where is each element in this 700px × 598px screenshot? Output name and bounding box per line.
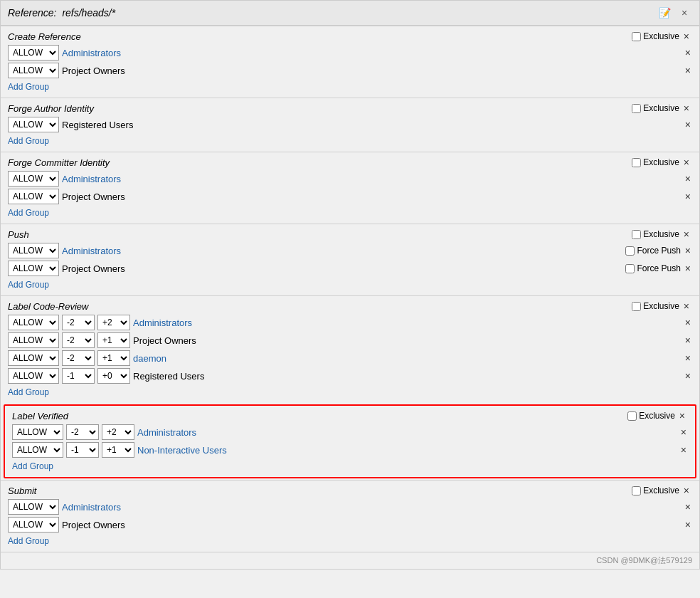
row-close[interactable]: × [684,47,692,58]
row-close[interactable]: × [684,173,692,184]
min-select[interactable]: -2-1+0+1+2 [66,442,99,458]
allow-select[interactable]: ALLOWDENYBLOCK [12,424,63,440]
min-select[interactable]: -2-1+0+1+2 [62,332,95,348]
row-close[interactable]: × [684,501,692,513]
table-row: ALLOWDENYBLOCK Administrators × [8,499,692,515]
section-forge-committer-header: Forge Committer Identity Exclusive × [8,157,692,168]
row-close[interactable]: × [684,317,692,328]
add-group-link[interactable]: Add Group [8,82,49,92]
user-link[interactable]: Administrators [62,48,121,58]
user-link[interactable]: daemon [133,353,166,364]
exclusive-checkbox[interactable] [632,32,641,41]
row-right: × [684,191,692,202]
table-row: ALLOWDENYBLOCK Project Owners × [8,63,692,78]
section-close[interactable]: × [678,410,686,421]
max-select[interactable]: -2-1+0+1+2 [102,424,134,440]
forge-author-title: Forge Author Identity [8,103,94,114]
table-row: ALLOWDENYBLOCK Project Owners × [8,189,692,204]
user-link[interactable]: Administrators [62,174,121,184]
row-right: × [684,173,692,184]
allow-select[interactable]: ALLOWDENYBLOCK [12,442,63,458]
allow-select[interactable]: ALLOWDENYBLOCK [8,243,59,258]
close-icon: × [682,7,687,19]
exclusive-label[interactable]: Exclusive [632,301,679,311]
section-close[interactable]: × [682,229,691,240]
user-link[interactable]: Administrators [62,502,121,513]
submit-right: Exclusive × [632,485,691,496]
min-select[interactable]: -2-1+0+1+2 [62,315,95,330]
exclusive-label[interactable]: Exclusive [627,411,675,421]
row-close[interactable]: × [684,335,692,346]
row-close[interactable]: × [679,426,688,438]
section-close[interactable]: × [682,103,691,114]
row-close[interactable]: × [684,119,692,130]
max-select[interactable]: -2-1+0+1+2 [97,368,130,384]
user-text: Project Owners [133,335,196,346]
user-link[interactable]: Administrators [137,427,196,438]
allow-select[interactable]: ALLOWDENYBLOCK [8,315,59,330]
row-close[interactable]: × [684,191,692,202]
section-close[interactable]: × [682,157,691,168]
section-close-create-reference[interactable]: × [682,31,691,42]
user-link[interactable]: Administrators [133,318,192,328]
exclusive-checkbox[interactable] [632,104,641,113]
table-row: ALLOWDENYBLOCK -2-1+0+1+2 -2-1+0+1+2 Pro… [8,332,692,348]
allow-select[interactable]: ALLOWDENYBLOCK [8,261,59,276]
force-push-checkbox[interactable] [625,246,635,256]
min-select[interactable]: -2-1+0+1+2 [62,368,95,384]
add-group-link[interactable]: Add Group [8,536,49,546]
allow-select[interactable]: ALLOWDENYBLOCK [8,332,59,348]
exclusive-label[interactable]: Exclusive [632,31,679,41]
row-close[interactable]: × [679,444,688,456]
add-group-link[interactable]: Add Group [8,387,49,397]
row-close[interactable]: × [684,352,692,364]
max-select[interactable]: -2-1+0+1+2 [97,332,130,348]
row-close[interactable]: × [684,519,692,530]
close-button[interactable]: × [677,5,692,21]
exclusive-checkbox[interactable] [632,302,641,311]
allow-select[interactable]: ALLOWDENYBLOCK [8,45,59,61]
add-group-link[interactable]: Add Group [8,280,49,290]
edit-button[interactable]: 📝 [657,5,672,21]
exclusive-checkbox[interactable] [632,486,641,495]
allow-select[interactable]: ALLOWDENYBLOCK [8,350,59,366]
max-select[interactable]: -2-1+0+1+2 [97,350,130,366]
user-link[interactable]: Non-Interactive Users [137,445,227,456]
exclusive-checkbox[interactable] [632,158,641,167]
row-close[interactable]: × [684,263,692,274]
force-push-label[interactable]: Force Push [625,246,680,256]
exclusive-checkbox[interactable] [627,411,637,421]
section-close[interactable]: × [682,300,691,312]
table-row: ALLOWDENYBLOCK -2-1+0+1+2 -2-1+0+1+2 Adm… [8,315,692,330]
exclusive-label[interactable]: Exclusive [632,229,679,239]
exclusive-label[interactable]: Exclusive [632,486,679,495]
allow-select[interactable]: ALLOWDENYBLOCK [8,499,59,515]
min-select[interactable]: -2-1+0+1+2 [66,424,99,440]
row-right: × [684,335,692,346]
exclusive-label[interactable]: Exclusive [632,103,679,113]
add-group-link[interactable]: Add Group [8,136,49,146]
force-push-checkbox[interactable] [625,264,635,273]
row-right: × [684,119,692,130]
row-right: Force Push × [625,263,692,274]
row-close[interactable]: × [684,370,692,382]
allow-select[interactable]: ALLOWDENYBLOCK [8,368,59,384]
allow-select[interactable]: ALLOWDENYBLOCK [8,63,59,78]
row-close[interactable]: × [684,245,692,256]
max-select[interactable]: -2-1+0+1+2 [97,315,130,330]
user-link[interactable]: Administrators [62,246,121,256]
force-push-label[interactable]: Force Push [625,263,680,273]
row-close[interactable]: × [684,65,692,76]
allow-select[interactable]: ALLOWDENYBLOCK [8,517,59,533]
min-select[interactable]: -2-1+0+1+2 [62,350,95,366]
label-code-review-right: Exclusive × [632,300,691,312]
exclusive-label[interactable]: Exclusive [632,157,679,167]
add-group-link[interactable]: Add Group [8,208,49,218]
section-close[interactable]: × [682,485,691,496]
exclusive-checkbox[interactable] [632,230,641,239]
add-group-link[interactable]: Add Group [12,461,53,471]
allow-select[interactable]: ALLOWDENYBLOCK [8,189,59,204]
allow-select[interactable]: ALLOWDENYBLOCK [8,171,59,187]
allow-select[interactable]: ALLOWDENYBLOCK [8,117,59,132]
max-select[interactable]: -2-1+0+1+2 [102,442,134,458]
